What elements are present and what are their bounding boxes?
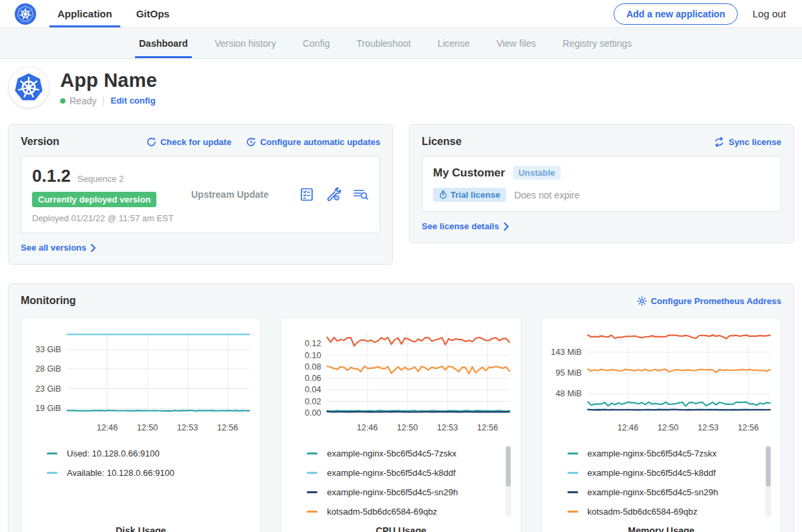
kubernetes-logo-icon (15, 3, 36, 25)
license-card-title: License (422, 136, 462, 148)
tab-version-history[interactable]: Version history (201, 28, 289, 58)
svg-text:143 MiB: 143 MiB (551, 348, 581, 357)
page-title: App Name (60, 70, 157, 92)
svg-text:23 GiB: 23 GiB (35, 384, 61, 394)
version-card-title: Version (21, 136, 59, 148)
legend-item[interactable]: kotsadm-5db6dc6584-69qbz (307, 502, 513, 521)
chart-legend: Used: 10.128.0.66:9100Available: 10.128.… (28, 444, 253, 521)
license-card: License Sync license My Customer Unstabl… (409, 124, 794, 243)
legend-scrollbar[interactable] (505, 445, 511, 517)
see-license-details-link[interactable]: See license details (422, 221, 509, 231)
check-for-update-label: Check for update (160, 137, 231, 147)
disk-usage-chart: 33 GiB28 GiB23 GiB19 GiB12:4612:5012:531… (28, 326, 253, 437)
legend-color-swatch (307, 511, 317, 513)
refresh-icon (146, 137, 156, 147)
charts-row: 33 GiB28 GiB23 GiB19 GiB12:4612:5012:531… (21, 317, 781, 532)
tab-registry-settings[interactable]: Registry settings (549, 28, 645, 58)
deployed-timestamp: Deployed 01/21/22 @ 11:57 am EST (32, 213, 191, 223)
svg-text:12:46: 12:46 (357, 423, 378, 432)
topnav-item-application[interactable]: Application (57, 0, 112, 27)
tab-license[interactable]: License (424, 28, 483, 58)
legend-label: example-nginx-5bc6f5d4c5-sn29h (327, 487, 458, 497)
chart-panel-memory-usage: 143 MiB95 MiB48 MiB12:4612:5012:5312:56e… (541, 317, 781, 532)
check-for-update-link[interactable]: Check for update (146, 137, 231, 147)
channel-badge: Unstable (513, 166, 561, 180)
legend-label: example-nginx-5bc6f5d4c5-sn29h (587, 487, 718, 497)
chart-legend: example-nginx-5bc6f5d4c5-7zskxexample-ng… (549, 444, 774, 521)
chevron-right-icon (503, 223, 509, 231)
tab-config[interactable]: Config (289, 28, 343, 58)
legend-scrollbar-thumb[interactable] (506, 446, 511, 487)
chart-panel-disk-usage: 33 GiB28 GiB23 GiB19 GiB12:4612:5012:531… (21, 317, 261, 532)
legend-label: example-nginx-5bc6f5d4c5-7zskx (327, 448, 456, 458)
version-card: Version Check for update Configure autom… (8, 124, 393, 265)
trial-license-label: Trial license (450, 190, 500, 200)
tab-troubleshoot[interactable]: Troubleshoot (343, 28, 424, 58)
svg-text:48 MiB: 48 MiB (555, 389, 581, 398)
legend-color-swatch (567, 491, 578, 493)
monitoring-title: Monitoring (21, 295, 76, 307)
app-kubernetes-icon (8, 67, 49, 108)
currently-deployed-badge: Currently deployed version (32, 192, 156, 207)
legend-color-swatch (47, 472, 57, 474)
legend-item[interactable]: Used: 10.128.0.66:9100 (47, 444, 253, 463)
view-files-diff-icon[interactable] (352, 186, 369, 203)
license-expiry: Does not expire (514, 190, 579, 201)
edit-config-wrench-icon[interactable] (325, 186, 342, 203)
svg-text:12:50: 12:50 (137, 423, 158, 432)
see-all-versions-label: See all versions (21, 243, 86, 253)
see-all-versions-link[interactable]: See all versions (21, 243, 96, 253)
trial-license-badge: Trial license (433, 188, 506, 202)
legend-item[interactable]: example-nginx-5bc6f5d4c5-7zskx (307, 444, 513, 463)
configure-automatic-updates-link[interactable]: Configure automatic updates (246, 137, 380, 147)
svg-text:12:53: 12:53 (437, 423, 458, 432)
legend-color-swatch (307, 472, 317, 474)
legend-color-swatch (567, 452, 578, 454)
legend-item[interactable]: kotsadm-5db6dc6584-69qbz (567, 502, 774, 521)
legend-item[interactable]: example-nginx-5bc6f5d4c5-k8ddf (567, 463, 774, 483)
edit-config-link[interactable]: Edit config (110, 96, 155, 106)
legend-scrollbar-thumb[interactable] (766, 446, 771, 487)
chart-title: Memory Usage (549, 525, 774, 532)
legend-item[interactable]: Available: 10.128.0.66:9100 (47, 463, 253, 483)
legend-item[interactable]: example-nginx-5bc6f5d4c5-sn29h (567, 483, 774, 502)
logout-button[interactable]: Log out (753, 8, 786, 19)
svg-text:33 GiB: 33 GiB (35, 345, 61, 354)
legend-label: example-nginx-5bc6f5d4c5-7zskx (587, 448, 717, 458)
tab-dashboard[interactable]: Dashboard (126, 28, 201, 58)
topnav-item-application-label: Application (57, 8, 112, 19)
current-version-panel: 0.1.2 Sequence 2 Currently deployed vers… (21, 156, 380, 233)
svg-text:12:46: 12:46 (97, 423, 118, 432)
add-new-application-button[interactable]: Add a new application (614, 3, 738, 25)
configure-prometheus-link[interactable]: Configure Prometheus Address (637, 296, 781, 306)
see-license-details-label: See license details (422, 221, 499, 231)
legend-label: kotsadm-5db6dc6584-69qbz (327, 507, 437, 517)
svg-text:0.10: 0.10 (305, 351, 321, 360)
legend-color-swatch (307, 452, 317, 454)
svg-text:12:53: 12:53 (177, 423, 198, 432)
tab-view-files[interactable]: View files (483, 28, 549, 58)
chevron-right-icon (90, 244, 96, 252)
preflight-checks-icon[interactable] (299, 186, 315, 203)
legend-item[interactable]: example-nginx-5bc6f5d4c5-k8ddf (307, 463, 513, 483)
stopwatch-icon (439, 190, 447, 199)
legend-item[interactable]: example-nginx-5bc6f5d4c5-sn29h (307, 483, 513, 502)
legend-color-swatch (567, 511, 578, 513)
cpu-usage-chart: 0.120.100.080.060.040.020.0012:4612:5012… (288, 326, 513, 437)
topnav-item-gitops-label: GitOps (136, 8, 170, 19)
legend-color-swatch (567, 472, 578, 474)
sync-license-label: Sync license (728, 137, 781, 147)
legend-scrollbar[interactable] (765, 445, 771, 517)
svg-text:28 GiB: 28 GiB (35, 364, 61, 374)
svg-text:12:46: 12:46 (617, 423, 638, 432)
svg-text:0.00: 0.00 (305, 408, 321, 418)
chart-legend: example-nginx-5bc6f5d4c5-7zskxexample-ng… (288, 444, 513, 521)
sync-license-link[interactable]: Sync license (714, 137, 781, 147)
scheduled-update-icon (246, 137, 256, 147)
status-ready-dot (60, 98, 65, 104)
legend-label: example-nginx-5bc6f5d4c5-k8ddf (587, 468, 716, 478)
topnav-item-gitops[interactable]: GitOps (136, 0, 170, 27)
configure-prometheus-label: Configure Prometheus Address (651, 296, 781, 306)
legend-label: example-nginx-5bc6f5d4c5-k8ddf (327, 468, 455, 478)
legend-item[interactable]: example-nginx-5bc6f5d4c5-7zskx (567, 444, 774, 463)
